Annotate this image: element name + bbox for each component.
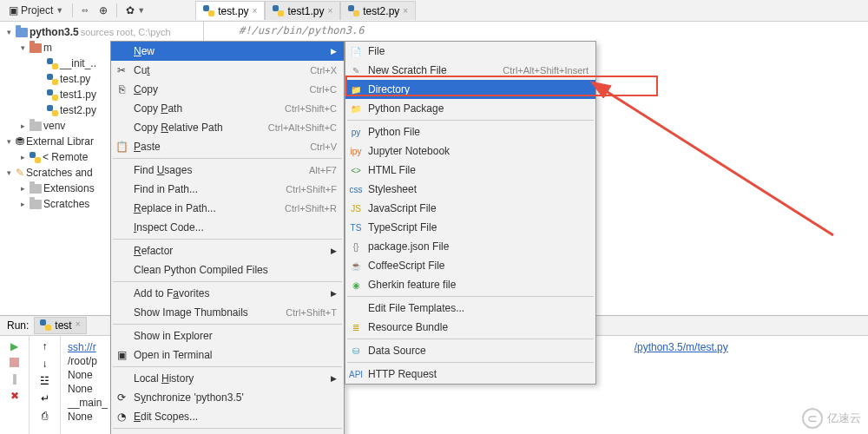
- menu-item-show-in-explorer[interactable]: Show in Explorer: [111, 326, 344, 345]
- menu-item-find-in-path-[interactable]: Find in Path...Ctrl+Shift+F: [111, 180, 344, 199]
- shortcut: Ctrl+C: [310, 84, 337, 95]
- menu-item-add-to-favorites[interactable]: Add to Favorites▶: [111, 284, 344, 303]
- folder-icon: 📁: [349, 85, 363, 95]
- pause-button[interactable]: ‖: [12, 372, 17, 385]
- menu-item-open-in-terminal[interactable]: ▣Open in Terminal: [111, 345, 344, 365]
- http-icon: API: [349, 370, 363, 379]
- menu-item-paste[interactable]: 📋PasteCtrl+V: [111, 137, 344, 156]
- submenu-item-package-json-file[interactable]: {}package.json File: [345, 237, 595, 256]
- submenu-item-coffeescript-file[interactable]: ☕CoffeeScript File: [345, 256, 595, 275]
- menu-item-label: Copy: [134, 83, 158, 95]
- submenu-item-directory[interactable]: 📁Directory: [345, 80, 595, 99]
- chevron-right-icon: ▶: [331, 289, 337, 298]
- html-icon: <>: [349, 166, 363, 175]
- tab-test1-py[interactable]: test1.py ×: [265, 1, 340, 20]
- submenu-item-typescript-file[interactable]: TSTypeScript File: [345, 218, 595, 237]
- python-icon: [47, 74, 58, 85]
- json-icon: {}: [349, 242, 363, 252]
- menu-item-label: Copy Path: [134, 102, 182, 115]
- wrap-icon[interactable]: ↵: [41, 392, 49, 404]
- menu-item-edit-scopes-[interactable]: ◔Edit Scopes...: [111, 407, 344, 426]
- close-icon[interactable]: ×: [253, 6, 258, 16]
- terminal-icon: ▣: [115, 349, 128, 361]
- menu-item-inspect-code-[interactable]: Inspect Code...: [111, 218, 344, 237]
- submenu-item-jupyter-notebook[interactable]: ipyJupyter Notebook: [345, 141, 595, 161]
- menu-item-replace-in-path-[interactable]: Replace in Path...Ctrl+Shift+R: [111, 199, 344, 218]
- submenu-item-label: CoffeeScript File: [368, 260, 444, 272]
- settings-button[interactable]: ✿ ▼: [122, 3, 148, 18]
- project-icon: ▣: [9, 4, 18, 16]
- menu-item-copy-relative-path[interactable]: Copy Relative PathCtrl+Alt+Shift+C: [111, 118, 344, 137]
- tree-label: External Librar: [26, 135, 94, 148]
- print-icon[interactable]: ⎙: [42, 410, 48, 422]
- menu-item-label: Replace in Path...: [134, 202, 216, 214]
- filter-icon[interactable]: ☳: [40, 375, 49, 387]
- submenu-item-html-file[interactable]: <>HTML File: [345, 161, 595, 180]
- submenu-item-file[interactable]: 📄File: [345, 42, 595, 61]
- close-icon[interactable]: ×: [403, 6, 408, 16]
- menu-item-synchronize-python3-5-[interactable]: ⟳Synchronize 'python3.5': [111, 388, 344, 407]
- submenu-item-gherkin-feature-file[interactable]: ◉Gherkin feature file: [345, 275, 595, 294]
- run-tab[interactable]: test ×: [34, 317, 86, 334]
- close-button[interactable]: ✖: [10, 390, 19, 402]
- menu-item-new[interactable]: New▶: [111, 42, 344, 61]
- up-icon[interactable]: ↑: [43, 340, 48, 352]
- watermark-text: 亿速云: [827, 411, 861, 426]
- menu-item-label: Synchronize 'python3.5': [134, 391, 244, 404]
- menu-item-clean-python-compiled-files[interactable]: Clean Python Compiled Files: [111, 260, 344, 279]
- close-icon[interactable]: ×: [76, 319, 81, 332]
- submenu-item-stylesheet[interactable]: cssStylesheet: [345, 180, 595, 199]
- tab-test-py[interactable]: test.py ×: [195, 1, 265, 20]
- tree-label: test1.py: [60, 89, 96, 101]
- close-icon[interactable]: ×: [327, 6, 332, 16]
- console-line: ssh://r: [68, 341, 96, 353]
- submenu-item-python-package[interactable]: 📁Python Package: [345, 99, 595, 118]
- submenu-item-python-file[interactable]: pyPython File: [345, 122, 595, 141]
- project-dropdown[interactable]: ▣ Project ▼: [5, 3, 67, 18]
- submenu-item-http-request[interactable]: APIHTTP Request: [345, 365, 595, 384]
- menu-item-show-image-thumbnails[interactable]: Show Image ThumbnailsCtrl+Shift+T: [111, 303, 344, 322]
- submenu-item-resource-bundle[interactable]: ≣Resource Bundle: [345, 318, 595, 337]
- chevron-right-icon: ▸: [17, 122, 28, 130]
- run-button[interactable]: ▶: [10, 340, 18, 352]
- menu-item-copy-path[interactable]: Copy PathCtrl+Shift+C: [111, 99, 344, 118]
- menu-item-label: Show in Explorer: [134, 330, 213, 342]
- submenu-item-data-source[interactable]: ⛁Data Source: [345, 341, 595, 360]
- menu-separator: [113, 281, 342, 282]
- menu-item-local-history[interactable]: Local History▶: [111, 369, 344, 388]
- target-button[interactable]: ⊕: [95, 3, 111, 18]
- submenu-item-new-scratch-file[interactable]: ✎New Scratch FileCtrl+Alt+Shift+Insert: [345, 61, 595, 80]
- menu-item-label: Cut: [134, 64, 150, 76]
- scratch-icon: ✎: [16, 167, 24, 179]
- menu-item-find-usages[interactable]: Find UsagesAlt+F7: [111, 161, 344, 180]
- collapse-button[interactable]: ⇔: [78, 4, 92, 16]
- menu-item-label: Copy Relative Path: [134, 122, 223, 134]
- menu-separator: [347, 296, 594, 297]
- down-icon[interactable]: ↓: [43, 358, 48, 370]
- editor-tabs: test.py × test1.py × test2.py ×: [195, 0, 416, 22]
- shortcut: Alt+F7: [309, 165, 337, 175]
- tree-hint: sources root, C:\pych: [81, 27, 171, 37]
- submenu-item-javascript-file[interactable]: JSJavaScript File: [345, 199, 595, 218]
- python-icon: [40, 319, 51, 331]
- menu-item-refactor[interactable]: Refactor▶: [111, 241, 344, 260]
- menu-item-cut[interactable]: ✂CutCtrl+X: [111, 61, 344, 80]
- submenu-item-label: Data Source: [368, 345, 426, 357]
- submenu-item-edit-file-templates-[interactable]: Edit File Templates...: [345, 299, 595, 318]
- menu-item-copy[interactable]: ⎘CopyCtrl+C: [111, 80, 344, 99]
- folder-icon: [30, 200, 42, 209]
- python-icon: [203, 5, 214, 16]
- python-icon: [273, 5, 284, 16]
- db-icon: ⛁: [349, 346, 363, 356]
- jupyter-icon: ipy: [349, 147, 363, 156]
- submenu-item-label: New Scratch File: [368, 64, 447, 76]
- separator: [72, 3, 73, 17]
- tab-test2-py[interactable]: test2.py ×: [340, 1, 416, 20]
- run-tab-label: test: [55, 319, 71, 332]
- chevron-down-icon: ▾: [3, 168, 14, 177]
- stop-button[interactable]: [10, 358, 19, 367]
- menu-item-directory-path[interactable]: Directory PathCtrl+Alt+F12: [111, 431, 344, 434]
- toolbar: ▣ Project ▼ ⇔ ⊕ ✿ ▼ test.py × test1.py ×…: [0, 0, 868, 22]
- tree-root[interactable]: ▾ python3.5 sources root, C:\pych: [0, 24, 203, 40]
- run-label: Run:: [7, 319, 29, 332]
